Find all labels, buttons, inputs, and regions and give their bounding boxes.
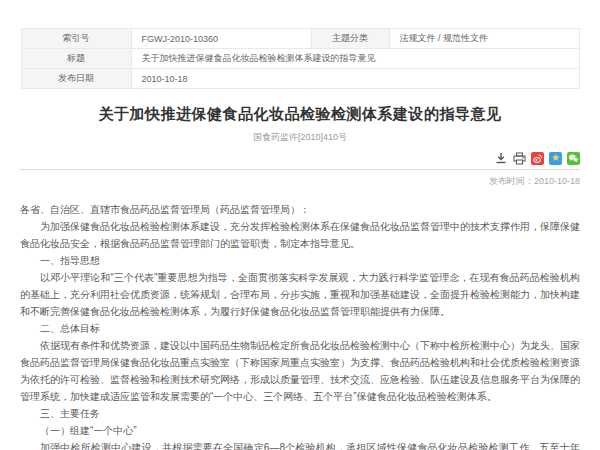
weibo-share-icon[interactable] [531, 152, 544, 165]
publish-time-value: 2010-10-18 [534, 176, 580, 186]
title-value: 关于加快推进保健食品化妆品检验检测体系建设的指导意见 [131, 49, 579, 69]
paragraph-list: 为加强保健食品化妆品检验检测体系建设，充分发挥检验检测体系在保健食品化妆品监督管… [20, 218, 580, 450]
title-label: 标题 [21, 49, 131, 69]
download-icon[interactable] [494, 151, 508, 165]
body-paragraph: 以邓小平理论和“三个代表”重要思想为指导，全面贯彻落实科学发展观，大力践行科学监… [20, 269, 580, 320]
document-info-table: 索引号 FGWJ-2010-10360 主题分类 法规文件 / 规范性文件 标题… [21, 28, 580, 89]
publish-time: 发布时间：2010-10-18 [20, 175, 580, 188]
table-row: 发布日期 2010-10-18 [21, 69, 579, 89]
body-paragraph: 三、主要任务 [20, 405, 580, 422]
category-value: 法规文件 / 规范性文件 [389, 29, 579, 49]
date-value: 2010-10-18 [131, 69, 579, 89]
qzone-share-icon[interactable]: ★ [549, 152, 562, 165]
print-icon[interactable] [512, 151, 526, 165]
divider [20, 169, 580, 170]
category-label: 主题分类 [311, 29, 389, 49]
wechat-share-icon[interactable] [567, 152, 580, 165]
page-title: 关于加快推进保健食品化妆品检验检测体系建设的指导意见 [20, 105, 580, 124]
star-icon: ★ [551, 153, 560, 163]
body-paragraph: 依据现有条件和优势资源，建设以中国药品生物制品检定所食品化妆品检验检测中心（下称… [20, 337, 580, 405]
index-label: 索引号 [21, 29, 131, 49]
body-paragraph: 一、指导思想 [20, 252, 580, 269]
table-row: 索引号 FGWJ-2010-10360 主题分类 法规文件 / 规范性文件 [21, 29, 579, 49]
toolbar: ★ [20, 151, 580, 169]
document-page: 索引号 FGWJ-2010-10360 主题分类 法规文件 / 规范性文件 标题… [0, 0, 600, 450]
date-label: 发布日期 [21, 69, 131, 89]
body-paragraph: 二、总体目标 [20, 320, 580, 337]
body-paragraph: 加强中检所检测中心建设，并根据需要在全国确定6—8个检验机构，承担区域性保健食品… [20, 439, 580, 450]
table-row: 标题 关于加快推进保健食品化妆品检验检测体系建设的指导意见 [21, 49, 579, 69]
body-paragraph: （一）组建“一个中心” [20, 422, 580, 439]
doc-number: 国食药监许[2010]410号 [20, 131, 580, 144]
salutation: 各省、自治区、直辖市食品药品监督管理局（药品监督管理局）： [20, 201, 580, 218]
publish-time-label: 发布时间： [489, 176, 534, 186]
document-body: 各省、自治区、直辖市食品药品监督管理局（药品监督管理局）： 为加强保健食品化妆品… [20, 201, 580, 450]
index-value: FGWJ-2010-10360 [131, 29, 311, 49]
body-paragraph: 为加强保健食品化妆品检验检测体系建设，充分发挥检验检测体系在保健食品化妆品监督管… [20, 218, 580, 252]
